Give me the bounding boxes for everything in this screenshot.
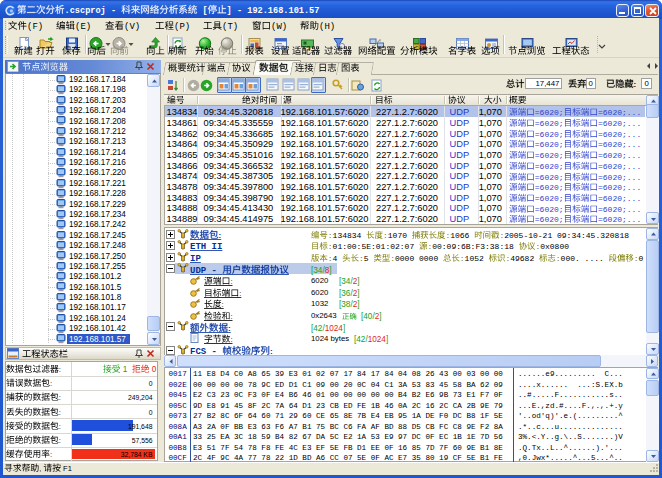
svg-text::: : (59, 408, 61, 417)
svg-text:]: ] (343, 324, 345, 333)
svg-text:F1: F1 (61, 464, 72, 473)
svg-text:[34/: [34/ (311, 266, 325, 275)
svg-text::: : (59, 422, 61, 431)
svg-text::: : (59, 436, 61, 445)
svg-text:000. ....: 000. .... (561, 254, 609, 263)
svg-text:0000 0000: 0000 0000 (395, 254, 443, 263)
svg-text:=6020;...: =6020;... (598, 215, 641, 224)
svg-text:,: , (39, 464, 43, 473)
svg-text::: : (634, 80, 637, 89)
svg-text:1024: 1024 (368, 335, 387, 344)
svg-text:]: ] (379, 312, 381, 321)
svg-text:5: 5 (364, 254, 374, 263)
svg-text:1024: 1024 (325, 324, 344, 333)
svg-text:[42/: [42/ (354, 335, 368, 344)
svg-text:=6020;: =6020; (534, 215, 563, 224)
svg-text:]: ] (386, 335, 388, 344)
svg-text:]: ] (329, 266, 331, 275)
svg-text::: : (59, 365, 61, 374)
svg-text:1052: 1052 (465, 254, 489, 263)
svg-text::: : (239, 289, 241, 298)
svg-text:49682: 49682 (510, 254, 539, 263)
svg-text:] - 192.168.101.57: ] - 192.168.101.57 (227, 6, 320, 16)
svg-text:(F): (F) (27, 22, 43, 32)
svg-text::: : (50, 450, 52, 459)
svg-text:.cscproj -: .cscproj - (65, 6, 122, 16)
svg-text::: : (50, 379, 52, 388)
svg-text:[40/: [40/ (361, 312, 375, 321)
svg-text:0: 0 (150, 365, 157, 374)
svg-text:1: 1 (121, 365, 132, 374)
svg-text:(P): (P) (174, 22, 190, 32)
svg-text:(V): (V) (124, 22, 140, 32)
svg-text:[42/: [42/ (311, 324, 325, 333)
svg-text:4: 4 (333, 254, 343, 263)
svg-text:(H): (H) (319, 22, 335, 32)
svg-text:(T): (T) (222, 22, 238, 32)
svg-text:(W): (W) (271, 22, 287, 32)
svg-text:[: [ (197, 6, 207, 16)
svg-text:(E): (E) (75, 22, 91, 32)
svg-text::: : (59, 393, 61, 402)
